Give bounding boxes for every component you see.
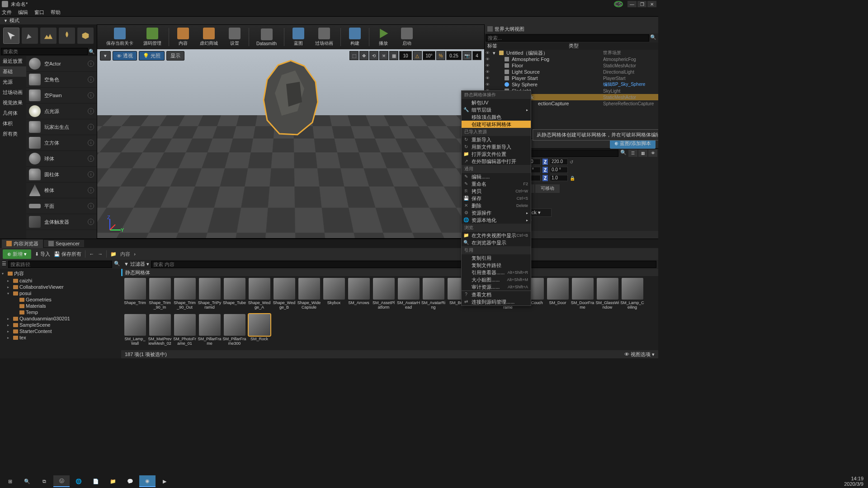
outliner-row[interactable]: 👁Sky Sphere编辑BP_Sky_Sphere: [485, 81, 658, 88]
cat-volumes[interactable]: 体积: [0, 118, 26, 129]
ctx-size-map[interactable]: 大小贴图......Alt+Shift+M: [462, 276, 531, 283]
asset-search-input[interactable]: [151, 261, 656, 268]
angle-snap-value[interactable]: 10°: [423, 51, 435, 60]
outliner-search-input[interactable]: [486, 34, 649, 42]
asset-item[interactable]: Shape_Trim_90_In: [148, 278, 172, 313]
tree-folder[interactable]: ▸SampleScene: [1, 322, 120, 328]
menu-help[interactable]: 帮助: [51, 9, 61, 16]
scale-snap-icon[interactable]: %: [436, 51, 445, 60]
ctx-lod[interactable]: 🔧细节层级▸: [462, 106, 531, 113]
source-control-badge[interactable]: CS: [614, 1, 623, 7]
class-search-input[interactable]: [1, 48, 88, 55]
sequencer-tab[interactable]: Sequencer: [44, 240, 84, 247]
tree-folder[interactable]: Temp: [1, 309, 120, 315]
menu-edit[interactable]: 编辑: [18, 9, 28, 16]
search-icon[interactable]: 🔍: [114, 261, 120, 268]
asset-item[interactable]: SM_Lamp_Ceiling: [620, 278, 644, 313]
menu-file[interactable]: 文件: [2, 9, 12, 16]
tree-folder[interactable]: ▾posui: [1, 290, 120, 296]
asset-item[interactable]: Shape_Wedge_A: [247, 278, 271, 313]
actor-cube[interactable]: 立方体i: [26, 135, 97, 151]
asset-item[interactable]: SM_Door: [546, 278, 570, 313]
ctx-connect-source-control[interactable]: ⇄连接到源码管理......: [462, 298, 531, 305]
asset-item[interactable]: SM_PhotoFrame_01: [173, 314, 197, 349]
breadcrumb[interactable]: 内容: [120, 251, 130, 258]
close-button[interactable]: ✕: [647, 1, 656, 7]
ctx-copy-path[interactable]: 复制文件路径: [462, 262, 531, 269]
content-view-options[interactable]: 👁 视图选项 ▾: [624, 351, 655, 358]
launch-button[interactable]: 启动: [396, 27, 418, 47]
actor-cone[interactable]: 椎体i: [26, 183, 97, 198]
ctx-reference-viewer[interactable]: 引用查看器......Alt+Shift+R: [462, 269, 531, 276]
tree-folder[interactable]: Materials: [1, 303, 120, 309]
cat-cinematic[interactable]: 过场动画: [0, 87, 26, 98]
asset-item[interactable]: Shape_Wedge_B: [272, 278, 296, 313]
outliner-col-type[interactable]: 类型: [569, 42, 579, 50]
cinematics-button[interactable]: 过场动画: [311, 27, 338, 47]
grid-snap-icon[interactable]: ▦: [389, 51, 398, 60]
filters-button[interactable]: ▼ 过滤器 ▾: [124, 261, 149, 268]
datasmith-button[interactable]: Datasmith: [252, 28, 281, 47]
outliner-col-label[interactable]: 标签: [487, 42, 569, 50]
ctx-show-in-folder[interactable]: 📁在文件夹视图中显示Ctrl+B: [462, 232, 531, 239]
place-mode-icon[interactable]: [3, 28, 19, 44]
transform-scale-icon[interactable]: ⤧: [379, 51, 388, 60]
add-new-button[interactable]: ⊕ 新增 ▾: [3, 249, 31, 259]
angle-snap-icon[interactable]: △: [413, 51, 422, 60]
actor-sphere[interactable]: 球体i: [26, 151, 97, 167]
transform-move-icon[interactable]: ✥: [359, 51, 368, 60]
content-button[interactable]: 内容: [172, 27, 194, 47]
asset-item[interactable]: Shape_TriPyramid: [198, 278, 222, 313]
ctx-show-in-browser[interactable]: 🔍在浏览器中显示: [462, 239, 531, 246]
settings-button[interactable]: 设置: [223, 27, 246, 47]
minimize-button[interactable]: —: [627, 1, 637, 7]
actor-plane[interactable]: 平面i: [26, 198, 97, 214]
search-icon[interactable]: 🔍: [88, 49, 96, 55]
ctx-save[interactable]: 💾保存Ctrl+S: [462, 195, 531, 202]
show-button[interactable]: 显示: [166, 51, 184, 61]
cat-lights[interactable]: 光源: [0, 77, 26, 87]
foliage-mode-icon[interactable]: [59, 28, 75, 44]
actor-pawn[interactable]: 空Pawni: [26, 88, 97, 103]
viewport-options-button[interactable]: ▾: [100, 51, 111, 61]
transform-rotate-icon[interactable]: ⟲: [369, 51, 378, 60]
content-browser-tab[interactable]: 内容浏览器: [2, 239, 43, 248]
camera-speed-icon[interactable]: 📷: [462, 51, 472, 60]
ctx-edit[interactable]: ✎编辑......: [462, 173, 531, 180]
tree-folder[interactable]: Geometries: [1, 296, 120, 303]
cat-recent[interactable]: 最近放置: [0, 56, 26, 66]
details-lock-icon[interactable]: 👁: [648, 150, 657, 157]
tree-root[interactable]: ▾内容: [1, 270, 120, 277]
maximize-button[interactable]: ❐: [637, 1, 646, 7]
ctx-create-destructible[interactable]: 创建可破坏网格体: [462, 121, 531, 128]
asset-item[interactable]: SM_PillarFrame: [198, 314, 222, 349]
actor-playerstart[interactable]: 玩家出生点i: [26, 119, 97, 135]
ctx-copy[interactable]: ⎘拷贝Ctrl+W: [462, 188, 531, 195]
viewport-3d[interactable]: ZY: [97, 49, 484, 238]
geometry-mode-icon[interactable]: [77, 28, 94, 44]
ctx-asset-localization[interactable]: 🌐资源本地化▸: [462, 216, 531, 224]
asset-item[interactable]: Shape_WideCapsule: [297, 278, 321, 313]
asset-item[interactable]: SM_AvatarRing: [421, 278, 445, 313]
import-button[interactable]: ⬇ 导入: [35, 251, 50, 258]
asset-item[interactable]: Shape_Trim: [123, 278, 147, 313]
asset-item[interactable]: SM_DoorFrame: [571, 278, 594, 313]
asset-item[interactable]: SM_AssetPlatform: [372, 278, 396, 313]
history-back-button[interactable]: ←: [89, 251, 94, 257]
ctx-reimport[interactable]: ↻重新导入: [462, 136, 531, 143]
asset-item[interactable]: SM_GlassWindow: [595, 278, 619, 313]
asset-item[interactable]: SM_Arrows: [347, 278, 371, 313]
asset-item[interactable]: SM_MatPreviewMesh_02: [148, 314, 172, 349]
tree-folder[interactable]: ▸Quanduanmian030201: [1, 315, 120, 322]
lock-icon[interactable]: 🔒: [570, 176, 576, 181]
reset-icon[interactable]: ↺: [570, 160, 576, 164]
play-button[interactable]: 播放: [372, 27, 395, 47]
location-z-input[interactable]: 220.0: [550, 159, 568, 165]
details-view-grid-icon[interactable]: ▦: [638, 150, 647, 157]
grid-snap-value[interactable]: 10: [399, 51, 412, 60]
outliner-row[interactable]: 👁FloorStaticMeshActor: [485, 62, 658, 69]
scale-snap-value[interactable]: 0.25: [446, 51, 462, 60]
ctx-rename[interactable]: ✎重命名F2: [462, 180, 531, 188]
tree-folder[interactable]: ▸tex: [1, 334, 120, 341]
scale-z-input[interactable]: 1.0: [550, 175, 568, 181]
